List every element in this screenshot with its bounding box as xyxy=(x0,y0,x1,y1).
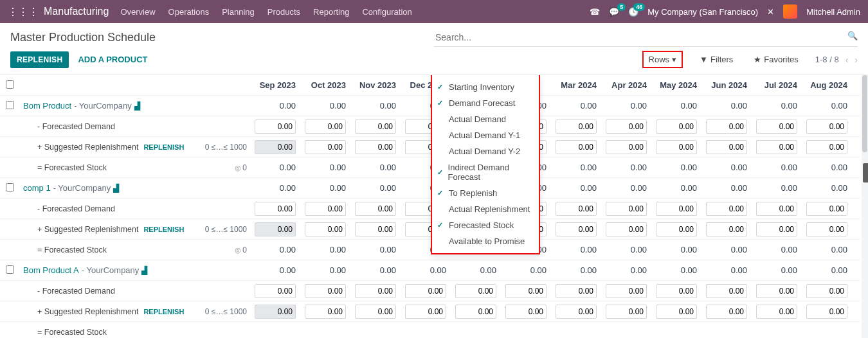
cell-input[interactable] xyxy=(806,140,847,154)
cell-input[interactable] xyxy=(355,305,396,319)
user-name[interactable]: Mitchell Admin xyxy=(806,7,860,17)
add-product-button[interactable]: ADD A PRODUCT xyxy=(78,55,147,64)
side-tab-icon[interactable] xyxy=(863,163,868,182)
cell-input[interactable] xyxy=(656,202,697,216)
cell-input[interactable] xyxy=(606,222,647,236)
debug-icon[interactable]: ✕ xyxy=(767,7,774,17)
activities-icon[interactable]: 🕓46 xyxy=(628,7,638,17)
cell-input[interactable] xyxy=(756,140,797,154)
product-link[interactable]: Bom Product xyxy=(23,101,71,111)
cell-input[interactable] xyxy=(305,120,346,134)
cell-input[interactable] xyxy=(355,284,396,298)
nav-configuration[interactable]: Configuration xyxy=(362,7,411,17)
nav-planning[interactable]: Planning xyxy=(222,7,255,17)
cell-input[interactable] xyxy=(556,202,597,216)
chart-icon[interactable]: ▟ xyxy=(141,266,147,275)
nav-reporting[interactable]: Reporting xyxy=(313,7,349,17)
nav-overview[interactable]: Overview xyxy=(120,7,155,17)
cell-input[interactable] xyxy=(305,140,346,154)
cell-input[interactable] xyxy=(656,120,697,134)
pager-next-icon[interactable]: › xyxy=(854,55,858,65)
cell-input[interactable] xyxy=(505,284,547,298)
cell-input[interactable] xyxy=(706,120,747,134)
phone-icon[interactable]: ☎ xyxy=(590,7,600,17)
row-checkbox[interactable] xyxy=(6,183,14,191)
rows-menu-item[interactable]: ✓To Replenish xyxy=(432,185,539,201)
cell-input[interactable] xyxy=(455,305,496,319)
replenish-tag[interactable]: REPLENISH xyxy=(143,308,184,316)
cell-input[interactable] xyxy=(255,305,296,319)
cell-input[interactable] xyxy=(355,222,396,236)
search-input[interactable] xyxy=(434,28,858,47)
rows-menu-item[interactable]: ✓Forecasted Stock xyxy=(432,217,539,233)
apps-icon[interactable]: ⋮⋮⋮ xyxy=(8,6,39,18)
replenish-tag[interactable]: REPLENISH xyxy=(143,226,184,233)
cell-input[interactable] xyxy=(556,140,597,154)
filters-button[interactable]: ▼Filters xyxy=(696,52,737,67)
cell-input[interactable] xyxy=(606,305,647,319)
pager-prev-icon[interactable]: ‹ xyxy=(845,55,849,65)
product-link[interactable]: comp 1 xyxy=(23,183,51,193)
cell-input[interactable] xyxy=(656,305,697,319)
cell-input[interactable] xyxy=(305,284,346,298)
cell-input[interactable] xyxy=(455,284,496,298)
cell-input[interactable] xyxy=(255,120,296,134)
cell-input[interactable] xyxy=(706,140,747,154)
chart-icon[interactable]: ▟ xyxy=(113,184,119,193)
cell-input[interactable] xyxy=(255,222,296,236)
cell-input[interactable] xyxy=(706,222,747,236)
search-icon[interactable]: 🔍 xyxy=(847,31,858,40)
messages-icon[interactable]: 💬5 xyxy=(609,7,619,17)
cell-input[interactable] xyxy=(355,202,396,216)
cell-input[interactable] xyxy=(255,202,296,216)
cell-input[interactable] xyxy=(556,305,597,319)
cell-input[interactable] xyxy=(806,222,847,236)
company-switcher[interactable]: My Company (San Francisco) xyxy=(647,7,758,17)
rows-menu-item[interactable]: Actual Demand Y-1 xyxy=(432,127,539,143)
cell-input[interactable] xyxy=(606,140,647,154)
rows-dropdown-button[interactable]: Rows▾ xyxy=(642,51,683,68)
user-avatar[interactable] xyxy=(783,4,797,19)
cell-input[interactable] xyxy=(606,202,647,216)
nav-operations[interactable]: Operations xyxy=(168,7,210,17)
cell-input[interactable] xyxy=(255,284,296,298)
nav-products[interactable]: Products xyxy=(267,7,300,17)
row-checkbox[interactable] xyxy=(6,265,14,274)
rows-menu-item[interactable]: ✓Starting Inventory xyxy=(432,79,539,95)
cell-input[interactable] xyxy=(556,284,597,298)
cell-input[interactable] xyxy=(606,284,647,298)
cell-input[interactable] xyxy=(505,305,547,319)
cell-input[interactable] xyxy=(255,140,296,154)
replenish-tag[interactable]: REPLENISH xyxy=(143,143,184,151)
cell-input[interactable] xyxy=(756,202,797,216)
cell-input[interactable] xyxy=(706,284,747,298)
replenish-button[interactable]: REPLENISH xyxy=(10,51,69,68)
cell-input[interactable] xyxy=(806,120,847,134)
chart-icon[interactable]: ▟ xyxy=(134,102,140,111)
cell-input[interactable] xyxy=(355,140,396,154)
cell-input[interactable] xyxy=(756,120,797,134)
vertical-scrollbar-track[interactable] xyxy=(862,75,868,338)
cell-input[interactable] xyxy=(305,202,346,216)
cell-input[interactable] xyxy=(806,202,847,216)
cell-input[interactable] xyxy=(756,284,797,298)
rows-menu-item[interactable]: Actual Demand Y-2 xyxy=(432,143,539,159)
rows-menu-item[interactable]: ✓Indirect Demand Forecast xyxy=(432,159,539,185)
cell-input[interactable] xyxy=(806,284,847,298)
cell-input[interactable] xyxy=(756,305,797,319)
cell-input[interactable] xyxy=(656,284,697,298)
cell-input[interactable] xyxy=(405,284,446,298)
vertical-scrollbar-thumb[interactable] xyxy=(862,75,867,152)
cell-input[interactable] xyxy=(305,305,346,319)
favorites-button[interactable]: ★Favorites xyxy=(750,52,802,67)
rows-menu-item[interactable]: Actual Demand xyxy=(432,111,539,127)
rows-menu-item[interactable]: ✓Demand Forecast xyxy=(432,95,539,111)
cell-input[interactable] xyxy=(806,305,847,319)
cell-input[interactable] xyxy=(355,120,396,134)
cell-input[interactable] xyxy=(305,222,346,236)
product-link[interactable]: Bom Product A xyxy=(23,265,79,275)
cell-input[interactable] xyxy=(756,222,797,236)
row-checkbox[interactable] xyxy=(6,101,14,109)
cell-input[interactable] xyxy=(656,140,697,154)
cell-input[interactable] xyxy=(706,305,747,319)
